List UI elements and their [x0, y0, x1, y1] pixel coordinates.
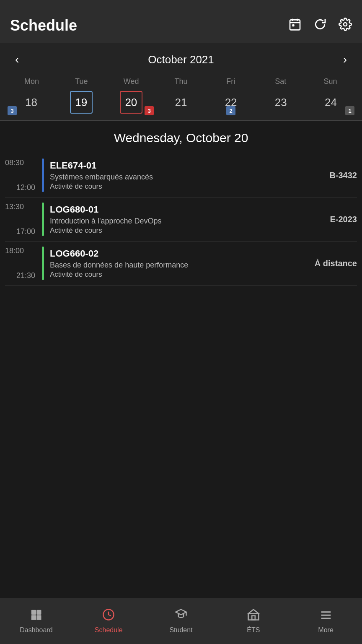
- time-start-1: 08:30: [5, 158, 24, 167]
- event-type-3: Activité de cours: [50, 270, 307, 279]
- day-number-24: 24: [319, 91, 342, 114]
- page-title: Schedule: [10, 17, 77, 34]
- day-number-23: 23: [269, 91, 292, 114]
- schedule-events-list: 08:30 12:00 ELE674-01 Systèmes embarqués…: [0, 153, 362, 286]
- badge-22: 2: [226, 106, 235, 115]
- event-row-3[interactable]: 18:00 21:30 LOG660-02 Bases de données d…: [5, 242, 357, 286]
- svg-rect-6: [31, 610, 36, 615]
- event-content-3: LOG660-02 Bases de données de haute perf…: [50, 247, 307, 280]
- svg-rect-14: [252, 616, 255, 620]
- event-type-2: Activité de cours: [50, 226, 307, 235]
- event-desc-2: Introduction à l'approche DevOps: [50, 217, 307, 226]
- day-name-mon: Mon: [7, 75, 57, 88]
- time-col-2: 13:30 17:00: [5, 203, 39, 236]
- event-content-2: LOG680-01 Introduction à l'approche DevO…: [50, 203, 307, 236]
- day-number-20: 20: [120, 91, 142, 114]
- time-end-3: 21:30: [16, 271, 35, 280]
- day-18[interactable]: 18 3: [7, 91, 56, 116]
- header-actions: [288, 18, 352, 34]
- nav-item-schedule[interactable]: Schedule: [72, 608, 145, 634]
- bottom-navigation: Dashboard Schedule Student: [0, 598, 362, 644]
- day-name-sun: Sun: [305, 75, 355, 88]
- day-number-18: 18: [20, 91, 43, 114]
- event-code-3: LOG660-02: [50, 248, 307, 259]
- day-name-thu: Thu: [156, 75, 206, 88]
- time-end-2: 17:00: [16, 227, 35, 236]
- event-bar-3: [42, 247, 44, 280]
- day-22[interactable]: 22 2: [207, 91, 256, 116]
- event-location-3: À distance: [307, 259, 357, 268]
- time-start-3: 18:00: [5, 247, 24, 255]
- event-location-2: E-2023: [307, 215, 357, 224]
- day-name-wed: Wed: [106, 75, 156, 88]
- nav-label-dashboard: Dashboard: [20, 626, 52, 634]
- event-location-1: B-3432: [307, 171, 357, 180]
- nav-item-more[interactable]: More: [290, 608, 362, 634]
- day-name-tue: Tue: [57, 75, 106, 88]
- calendar-icon[interactable]: [288, 18, 302, 34]
- ets-icon: [247, 608, 260, 624]
- badge-20: 3: [145, 106, 154, 115]
- day-21[interactable]: 21: [156, 91, 205, 116]
- event-code-1: ELE674-01: [50, 160, 307, 171]
- badge-18: 3: [8, 106, 17, 115]
- nav-item-student[interactable]: Student: [145, 608, 217, 634]
- weekday-headers: Mon Tue Wed Thu Fri Sat Sun: [7, 75, 355, 88]
- event-desc-3: Bases de données de haute performance: [50, 261, 307, 270]
- svg-marker-13: [248, 610, 259, 614]
- svg-rect-4: [292, 24, 294, 26]
- svg-rect-9: [37, 615, 41, 620]
- nav-label-more: More: [318, 626, 333, 634]
- day-24[interactable]: 24 1: [306, 91, 355, 116]
- event-row-2[interactable]: 13:30 17:00 LOG680-01 Introduction à l'a…: [5, 197, 357, 242]
- event-type-1: Activité de cours: [50, 182, 307, 191]
- event-content-1: ELE674-01 Systèmes embarqués avancés Act…: [50, 158, 307, 192]
- event-desc-1: Systèmes embarqués avancés: [50, 173, 307, 182]
- event-bar-2: [42, 203, 44, 236]
- dashboard-icon: [30, 608, 42, 624]
- day-name-fri: Fri: [206, 75, 256, 88]
- time-end-1: 12:00: [16, 183, 35, 192]
- day-20[interactable]: 20 3: [106, 91, 155, 116]
- svg-point-5: [344, 23, 347, 26]
- time-start-2: 13:30: [5, 203, 24, 211]
- svg-rect-7: [37, 610, 41, 615]
- time-col-3: 18:00 21:30: [5, 247, 39, 280]
- day-name-sat: Sat: [256, 75, 305, 88]
- schedule-date-heading: Wednesday, October 20: [0, 121, 362, 153]
- day-number-21: 21: [170, 91, 192, 114]
- svg-rect-12: [248, 614, 259, 620]
- day-number-19: 19: [70, 91, 93, 114]
- refresh-icon[interactable]: [313, 18, 327, 34]
- svg-rect-8: [31, 615, 36, 620]
- app-header: Schedule: [0, 0, 362, 43]
- month-label: October 2021: [148, 53, 214, 66]
- month-navigation: ‹ October 2021 ›: [7, 51, 355, 68]
- prev-month-button[interactable]: ‹: [10, 51, 24, 68]
- week-row: 18 3 19 20 3 21 22 2 23 24 1: [7, 91, 355, 116]
- nav-label-ets: ÉTS: [247, 626, 260, 634]
- schedule-icon: [102, 608, 115, 624]
- svg-rect-0: [290, 20, 300, 30]
- more-icon: [320, 608, 332, 624]
- time-col-1: 08:30 12:00: [5, 158, 39, 192]
- nav-item-ets[interactable]: ÉTS: [217, 608, 290, 634]
- schedule-section: Wednesday, October 20 08:30 12:00 ELE674…: [0, 121, 362, 644]
- student-icon: [175, 608, 187, 624]
- event-bar-1: [42, 158, 44, 192]
- event-code-2: LOG680-01: [50, 204, 307, 215]
- day-23[interactable]: 23: [256, 91, 305, 116]
- nav-label-schedule: Schedule: [95, 626, 123, 634]
- day-19[interactable]: 19: [57, 91, 106, 116]
- badge-24: 1: [345, 106, 354, 115]
- event-row-1[interactable]: 08:30 12:00 ELE674-01 Systèmes embarqués…: [5, 153, 357, 197]
- nav-item-dashboard[interactable]: Dashboard: [0, 608, 72, 634]
- next-month-button[interactable]: ›: [338, 51, 352, 68]
- settings-icon[interactable]: [339, 18, 352, 34]
- nav-label-student: Student: [169, 626, 192, 634]
- calendar-section: ‹ October 2021 › Mon Tue Wed Thu Fri Sat…: [0, 43, 362, 121]
